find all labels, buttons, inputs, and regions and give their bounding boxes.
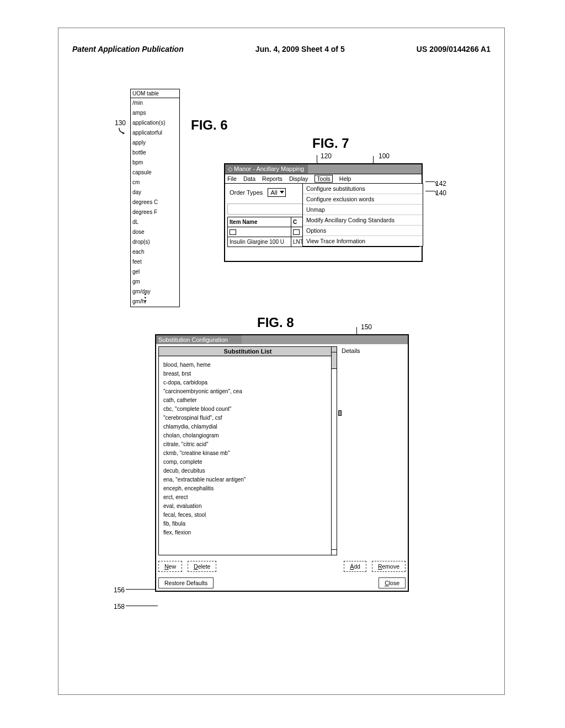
details-panel: Details [339, 346, 406, 555]
uom-row: cm [131, 178, 179, 188]
list-item[interactable]: "cerebrospinal fluid", csf [163, 414, 332, 422]
details-header: Details [339, 346, 406, 355]
remove-button[interactable]: Remove [372, 561, 406, 572]
list-item[interactable]: citrate, "citric acid" [163, 440, 332, 449]
list-item[interactable]: blood, haem, heme [163, 361, 332, 370]
titlebar-pattern-icon [308, 164, 422, 174]
menu-item[interactable]: Configure exclusion words [303, 194, 423, 205]
scroll-down-icon[interactable] [332, 549, 337, 555]
uom-row: day [131, 188, 179, 197]
uom-row: bottle [131, 148, 179, 158]
menu-item[interactable]: Unmap [303, 205, 423, 215]
restore-defaults-button[interactable]: Restore Defaults [158, 577, 214, 588]
uom-row: each [131, 247, 179, 257]
menu-item-display[interactable]: Display [289, 175, 308, 182]
uom-row: feet [131, 257, 179, 267]
header-left: Patent Application Publication [72, 45, 184, 53]
list-item[interactable]: cholan, cholangiogram [163, 431, 332, 440]
splitter-handle-icon[interactable] [338, 410, 342, 416]
list-item[interactable]: fib, fibula [163, 520, 332, 528]
uom-row: degrees C [131, 197, 179, 207]
leader-line-icon [425, 181, 436, 186]
callout-142: 142 [435, 180, 446, 188]
filter-icon[interactable] [230, 229, 236, 235]
menu-item[interactable]: View Trace Information [303, 236, 423, 246]
order-types-label: Order Types [230, 189, 263, 196]
arrow-130-icon [118, 126, 127, 136]
menu-item[interactable]: Configure substitutions [303, 184, 423, 194]
add-button[interactable]: Add [344, 561, 366, 572]
leader-line-icon [126, 589, 158, 590]
callout-158: 158 [114, 603, 125, 611]
list-item[interactable]: enceph, encephalitis [163, 484, 332, 493]
substitution-list-panel: Substitution List blood, haem, hemebreas… [158, 346, 337, 555]
list-item[interactable]: erct, erect [163, 493, 332, 502]
left-button-group: New Delete [158, 561, 216, 572]
list-item[interactable]: ckmb, "creatine kinase mb" [163, 449, 332, 458]
list-item[interactable]: decub, decubitus [163, 467, 332, 475]
fig7-label: FIG. 7 [312, 136, 349, 151]
fig8-label: FIG. 8 [257, 315, 294, 330]
cell-item-name: Insulin Glargine 100 U [228, 237, 291, 247]
button-row-2: Restore Defaults Close [156, 575, 408, 591]
new-button[interactable]: New [158, 561, 182, 572]
callout-156: 156 [114, 586, 125, 594]
col-item-name: Item Name [228, 217, 291, 227]
uom-row: apply [131, 138, 179, 148]
uom-header: UOM table [131, 89, 179, 98]
menu-item-file[interactable]: File [227, 175, 237, 182]
fig8-titlebar: Substitution Configuration [156, 335, 408, 344]
menu-item-tools[interactable]: Tools [315, 175, 333, 183]
uom-row: dL [131, 217, 179, 227]
details-body [339, 355, 406, 442]
button-row-1: New Delete Add Remove [156, 558, 408, 575]
uom-row: gm [131, 277, 179, 287]
uom-row: application(s) [131, 118, 179, 128]
menu-item-help[interactable]: Help [339, 175, 351, 182]
uom-row: gm/day [131, 287, 179, 297]
list-item[interactable]: cath, catheter [163, 396, 332, 405]
order-types-dropdown[interactable]: All [268, 188, 285, 197]
list-item[interactable]: fecal, feces, stool [163, 511, 332, 520]
list-item[interactable]: comp, complete [163, 458, 332, 467]
right-button-group: Add Remove [344, 561, 406, 572]
list-item[interactable]: eval, evaluation [163, 502, 332, 511]
list-item[interactable]: chlamydia, chlamydial [163, 422, 332, 431]
fig6-label: FIG. 6 [191, 117, 228, 133]
list-item[interactable]: ena, "extractable nuclear antigen" [163, 475, 332, 484]
menu-item-data[interactable]: Data [243, 175, 255, 182]
leader-line-icon [425, 191, 436, 195]
list-item[interactable]: flex, flexion [163, 528, 332, 537]
callout-130: 130 [115, 119, 126, 127]
page-header: Patent Application Publication Jun. 4, 2… [72, 45, 491, 53]
fig7-body: Order Types All Configure substitutionsC… [225, 184, 422, 261]
substitution-list-header: Substitution List [159, 347, 337, 356]
filter-icon[interactable] [293, 229, 300, 235]
menu-item[interactable]: Modify Ancillary Coding Standards [303, 215, 423, 226]
window-title: ◇ Manor - Ancillary Mapping [225, 164, 422, 174]
substitution-list-body: blood, haem, hemebreast, brstc-dopa, car… [159, 356, 337, 555]
fig7-window: ◇ Manor - Ancillary Mapping FileDataRepo… [224, 163, 423, 262]
uom-row: bpm [131, 158, 179, 168]
menu-item[interactable]: Options [303, 226, 423, 236]
menu-item-reports[interactable]: Reports [262, 175, 282, 182]
uom-row: gel [131, 267, 179, 277]
close-button[interactable]: Close [379, 577, 406, 588]
fig8-main: Substitution List blood, haem, hemebreas… [156, 344, 408, 558]
header-center: Jun. 4, 2009 Sheet 4 of 5 [255, 45, 345, 53]
scroll-thumb[interactable] [332, 352, 337, 369]
uom-row: gm/hr [131, 297, 179, 307]
scroll-up-icon[interactable] [332, 347, 337, 352]
content-area: FIG. 6 130 UOM table /minampsapplication… [58, 94, 504, 694]
list-item[interactable]: "carcinoembryonic antigen", cea [163, 387, 332, 396]
title-text: ◇ Manor - Ancillary Mapping [228, 165, 304, 172]
scrollbar[interactable] [331, 347, 337, 555]
list-item[interactable]: breast, brst [163, 370, 332, 378]
list-item[interactable]: c-dopa, carbidopa [163, 378, 332, 387]
uom-row: dose [131, 227, 179, 237]
fig8-window: Substitution Configuration Substitution … [155, 334, 409, 592]
delete-button[interactable]: Delete [188, 561, 216, 572]
order-types-row: Order Types All [230, 188, 286, 197]
list-item[interactable]: cbc, "complete blood count" [163, 405, 332, 414]
leader-line-icon [126, 606, 158, 606]
